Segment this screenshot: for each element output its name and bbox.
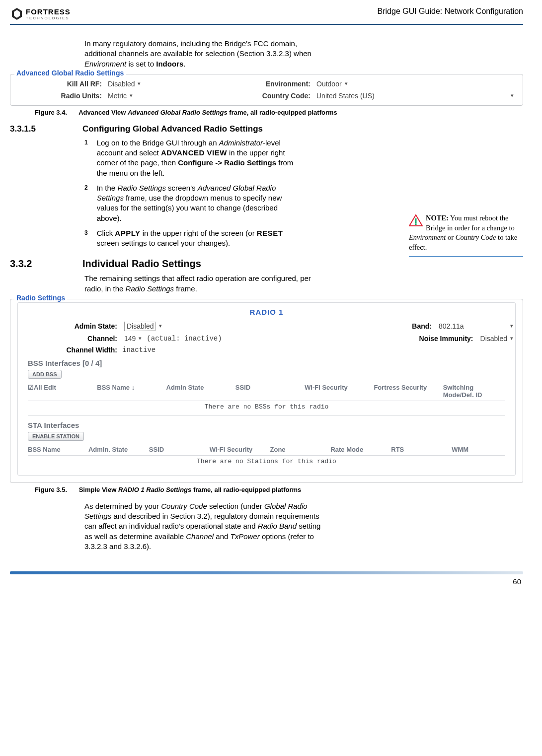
band-label: Band:	[327, 322, 437, 330]
intro-paragraph: In many regulatory domains, including th…	[84, 39, 323, 69]
figure-3-5-caption: Figure 3.5. Simple View RADIO 1 Radio Se…	[35, 486, 523, 493]
channel-width-label: Channel Width:	[18, 346, 122, 354]
enable-station-button[interactable]: ENABLE STATION	[28, 432, 84, 441]
note-lead: NOTE:	[426, 214, 449, 222]
sta-interfaces-header: STA Interfaces	[28, 421, 515, 429]
panel-legend: Advanced Global Radio Settings	[14, 69, 126, 77]
chevron-down-icon: ▾	[130, 92, 133, 99]
kill-rf-value: Disabled	[108, 80, 135, 88]
brand-name: FORTRESS	[26, 7, 71, 16]
environment-value: Outdoor	[316, 80, 342, 88]
warning-info-icon	[409, 214, 423, 226]
chevron-down-icon: ▾	[159, 323, 162, 329]
note-callout: NOTE: You must reboot the Bridge in orde…	[409, 213, 523, 257]
chevron-down-icon: ▾	[139, 335, 142, 342]
chevron-down-icon: ▾	[345, 80, 348, 87]
page-container: FORTRESS TECHNOLOGIES Bridge GUI Guide: …	[0, 0, 542, 596]
admin-state-value: Disabled	[124, 322, 156, 331]
chevron-down-icon: ▾	[510, 323, 513, 329]
footer-divider	[10, 571, 523, 574]
fortress-icon	[10, 7, 24, 21]
section-3-3-2-heading: 3.3.2 Individual Radio Settings	[10, 258, 523, 270]
noise-immunity-value: Disabled	[480, 335, 507, 343]
radio-units-value: Metric	[108, 92, 127, 100]
step-1: 1 Log on to the Bridge GUI through an Ad…	[84, 138, 523, 178]
brand-sub: TECHNOLOGIES	[26, 16, 71, 20]
radio-units-dropdown[interactable]: Metric ▾	[106, 91, 135, 100]
band-dropdown[interactable]: 802.11a ▾	[437, 322, 515, 331]
country-code-dropdown[interactable]: United States (US) ▾	[314, 91, 516, 100]
svg-rect-3	[415, 218, 417, 223]
bss-empty-row: There are no BSSs for this radio	[28, 401, 505, 416]
page-number: 60	[10, 577, 523, 586]
admin-state-dropdown[interactable]: Disabled ▾	[122, 321, 164, 331]
band-value: 802.11a	[439, 322, 464, 330]
section-3-3-2-para: The remaining settings that affect radio…	[84, 274, 323, 294]
figure-3-4-caption: Figure 3.4. Advanced View Advanced Globa…	[35, 109, 523, 116]
radio-units-label: Radio Units:	[17, 92, 102, 100]
kill-rf-label: Kill All RF:	[17, 80, 102, 88]
country-code-label: Country Code:	[226, 92, 310, 100]
channel-actual-note: (actual: inactive)	[147, 335, 222, 343]
svg-rect-4	[415, 223, 417, 225]
noise-immunity-dropdown[interactable]: Disabled ▾	[478, 334, 515, 343]
closing-paragraph: As determined by your Country Code selec…	[84, 501, 323, 551]
global-radio-settings-panel: Advanced Global Radio Settings Kill All …	[10, 74, 523, 106]
channel-width-value: inactive	[122, 346, 155, 354]
sta-empty-row: There are no Stations for this radio	[28, 456, 505, 470]
channel-dropdown[interactable]: 149 ▾	[122, 334, 144, 343]
brand-logo: FORTRESS TECHNOLOGIES	[10, 7, 71, 21]
radio-1-title: RADIO 1	[18, 308, 515, 316]
panel-legend: Radio Settings	[14, 294, 67, 302]
chevron-down-icon: ▾	[510, 335, 513, 342]
channel-value: 149	[124, 335, 136, 343]
channel-label: Channel:	[18, 335, 122, 343]
sta-table-header: BSS Name Admin. State SSID Wi-Fi Securit…	[28, 444, 505, 456]
environment-label: Environment:	[226, 80, 310, 88]
doc-title: Bridge GUI Guide: Network Configuration	[378, 7, 523, 16]
radio-settings-panel: Radio Settings RADIO 1 Admin State: Disa…	[10, 299, 523, 483]
bss-interfaces-header: BSS Interfaces [0 / 4]	[28, 359, 515, 367]
bss-table-header: ☑All Edit BSS Name ↓ Admin State SSID Wi…	[28, 382, 505, 401]
environment-dropdown[interactable]: Outdoor ▾	[314, 79, 350, 88]
section-3-3-1-5-heading: 3.3.1.5 Configuring Global Advanced Radi…	[10, 124, 523, 134]
country-code-value: United States (US)	[316, 92, 375, 100]
chevron-down-icon: ▾	[138, 80, 141, 87]
admin-state-label: Admin State:	[18, 322, 122, 330]
noise-immunity-label: Noise Immunity:	[369, 335, 478, 343]
add-bss-button[interactable]: ADD BSS	[28, 370, 62, 379]
page-header: FORTRESS TECHNOLOGIES Bridge GUI Guide: …	[10, 7, 523, 25]
chevron-down-icon: ▾	[511, 92, 514, 99]
kill-rf-dropdown[interactable]: Disabled ▾	[106, 79, 143, 88]
